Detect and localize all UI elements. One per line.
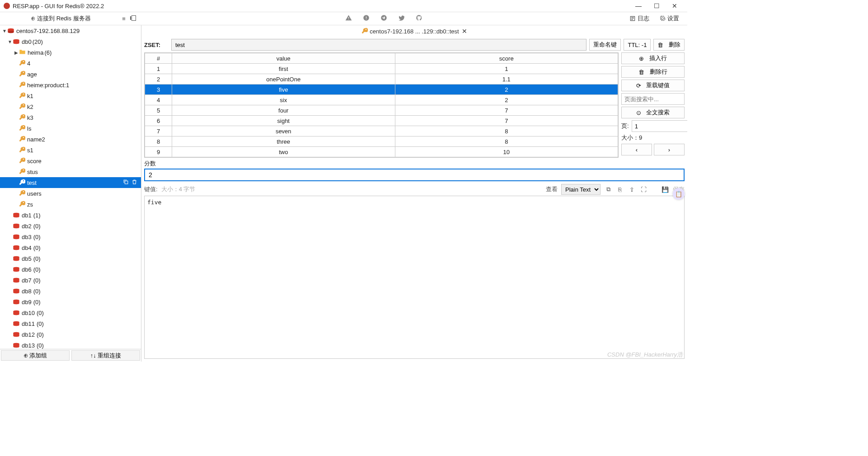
help-icon[interactable] bbox=[363, 14, 370, 23]
db-node[interactable]: db12(0) bbox=[0, 329, 141, 340]
key-node[interactable]: ls bbox=[0, 123, 141, 134]
copy-icon[interactable]: ⧉ bbox=[604, 186, 612, 193]
value-meta: 大小：4 字节 bbox=[161, 185, 196, 193]
insert-row-button[interactable]: ⊕ 插入行 bbox=[621, 52, 685, 64]
db-node[interactable]: db3(0) bbox=[0, 231, 141, 242]
page-search-input[interactable] bbox=[621, 93, 685, 105]
maximize-button[interactable]: ☐ bbox=[647, 2, 666, 9]
key-tab[interactable]: centos7-192.168 ... .129::db0::test ✕ bbox=[141, 25, 687, 37]
close-button[interactable]: ✕ bbox=[666, 2, 684, 9]
cell-value: three bbox=[172, 136, 395, 147]
key-name-input[interactable] bbox=[171, 39, 586, 51]
key-label: ls bbox=[27, 125, 31, 132]
delete-row-button[interactable]: 🗑 删除行 bbox=[621, 66, 685, 78]
expand-arrow-icon[interactable] bbox=[2, 28, 7, 33]
fullscreen-icon[interactable]: ⛶ bbox=[639, 186, 647, 193]
trash-icon: 🗑 bbox=[638, 69, 644, 75]
cell-index: 9 bbox=[145, 147, 172, 157]
table-row[interactable]: 5four7 bbox=[145, 105, 618, 116]
key-node[interactable]: users bbox=[0, 188, 141, 199]
add-group-button[interactable]: ⊕ 添加组 bbox=[1, 350, 70, 361]
db-node[interactable]: db6(0) bbox=[0, 264, 141, 275]
score-input[interactable] bbox=[144, 169, 685, 181]
delete-key-button[interactable]: 🗑 删除 bbox=[653, 39, 685, 51]
value-editor[interactable]: five bbox=[144, 196, 685, 359]
table-row[interactable]: 4six2 bbox=[145, 95, 618, 105]
table-row[interactable]: 7seven8 bbox=[145, 126, 618, 136]
db-node[interactable]: db4(0) bbox=[0, 242, 141, 253]
db-node[interactable]: db1(1) bbox=[0, 210, 141, 221]
settings-button[interactable]: 设置 bbox=[656, 13, 683, 24]
play-icon: ⊙ bbox=[636, 109, 641, 116]
reload-button[interactable]: ⟳ 重载键值 bbox=[621, 80, 685, 91]
connection-tree[interactable]: centos7-192.168.88.129 db0 (20) heima (6… bbox=[0, 25, 141, 349]
db-node[interactable]: db11(0) bbox=[0, 318, 141, 329]
prev-page-button[interactable]: ‹ bbox=[621, 144, 652, 155]
key-node[interactable]: score bbox=[0, 155, 141, 166]
next-page-button[interactable]: › bbox=[654, 144, 685, 155]
twitter-icon[interactable] bbox=[398, 14, 405, 23]
tab-close-button[interactable]: ✕ bbox=[462, 28, 467, 35]
key-node[interactable]: 4 bbox=[0, 58, 141, 69]
key-node[interactable]: k3 bbox=[0, 112, 141, 123]
key-node[interactable]: test bbox=[0, 177, 141, 188]
key-node[interactable]: zs bbox=[0, 199, 141, 210]
folder-node[interactable]: heima (6) bbox=[0, 47, 141, 58]
fulltext-search-button[interactable]: ⊙ 全文搜索 bbox=[621, 107, 685, 118]
zset-table[interactable]: # value score 1first12onePointOne1.13fiv… bbox=[144, 52, 619, 158]
log-button[interactable]: 日志 bbox=[626, 13, 653, 24]
table-row[interactable]: 3five2 bbox=[145, 85, 618, 95]
connection-node[interactable]: centos7-192.168.88.129 bbox=[0, 25, 141, 36]
db-count: (0) bbox=[33, 288, 41, 295]
telegram-icon[interactable] bbox=[380, 14, 387, 23]
db0-node[interactable]: db0 (20) bbox=[0, 36, 141, 47]
export-icon[interactable]: ⇪ bbox=[628, 186, 636, 193]
table-row[interactable]: 8three8 bbox=[145, 136, 618, 147]
copy-key-icon[interactable] bbox=[123, 179, 129, 186]
key-node[interactable]: k1 bbox=[0, 90, 141, 101]
table-row[interactable]: 2onePointOne1.1 bbox=[145, 74, 618, 85]
batch-connect-button[interactable]: ↑↓ 重组连接 bbox=[71, 350, 140, 361]
table-row[interactable]: 1first1 bbox=[145, 64, 618, 74]
floating-badge[interactable]: 📋 bbox=[673, 188, 685, 200]
key-label: zs bbox=[27, 201, 33, 208]
db-node[interactable]: db10(0) bbox=[0, 307, 141, 318]
minimize-button[interactable]: — bbox=[629, 2, 647, 9]
rename-button[interactable]: 重命名键 bbox=[589, 39, 621, 51]
db-node[interactable]: db13(0) bbox=[0, 340, 141, 349]
key-node[interactable]: heime:product:1 bbox=[0, 80, 141, 90]
connect-server-button[interactable]: ⊕ 连接到 Redis 服务器 bbox=[3, 13, 119, 24]
db-node[interactable]: db9(0) bbox=[0, 296, 141, 307]
key-node[interactable]: stus bbox=[0, 166, 141, 177]
warning-icon[interactable] bbox=[345, 14, 352, 23]
ttl-button[interactable]: TTL: -1 bbox=[624, 39, 651, 51]
save-icon[interactable]: 💾 bbox=[661, 186, 669, 193]
sidebar: centos7-192.168.88.129 db0 (20) heima (6… bbox=[0, 25, 141, 362]
table-row[interactable]: 6sight7 bbox=[145, 116, 618, 126]
key-node[interactable]: s1 bbox=[0, 145, 141, 155]
copy-code-icon[interactable]: ⎘ bbox=[616, 186, 624, 193]
cell-index: 7 bbox=[145, 126, 172, 136]
key-icon bbox=[19, 201, 25, 208]
panel-icon[interactable] bbox=[129, 15, 139, 22]
db-node[interactable]: db7(0) bbox=[0, 275, 141, 286]
col-index[interactable]: # bbox=[145, 53, 172, 64]
key-label: users bbox=[27, 190, 42, 197]
list-icon[interactable]: ≡ bbox=[119, 15, 129, 22]
github-icon[interactable] bbox=[416, 14, 422, 23]
col-score[interactable]: score bbox=[395, 53, 618, 64]
format-select[interactable]: Plain Text bbox=[561, 184, 601, 195]
delete-key-icon[interactable] bbox=[131, 179, 137, 186]
expand-arrow-icon[interactable] bbox=[14, 50, 19, 55]
key-node[interactable]: age bbox=[0, 69, 141, 80]
expand-arrow-icon[interactable] bbox=[7, 39, 13, 44]
key-node[interactable]: name2 bbox=[0, 134, 141, 145]
key-label: heime:product:1 bbox=[27, 82, 69, 89]
db-node[interactable]: db2(0) bbox=[0, 221, 141, 231]
db-node[interactable]: db5(0) bbox=[0, 253, 141, 264]
page-input[interactable] bbox=[632, 120, 687, 132]
db-node[interactable]: db8(0) bbox=[0, 286, 141, 296]
table-row[interactable]: 9two10 bbox=[145, 147, 618, 157]
key-node[interactable]: k2 bbox=[0, 101, 141, 112]
col-value[interactable]: value bbox=[172, 53, 395, 64]
